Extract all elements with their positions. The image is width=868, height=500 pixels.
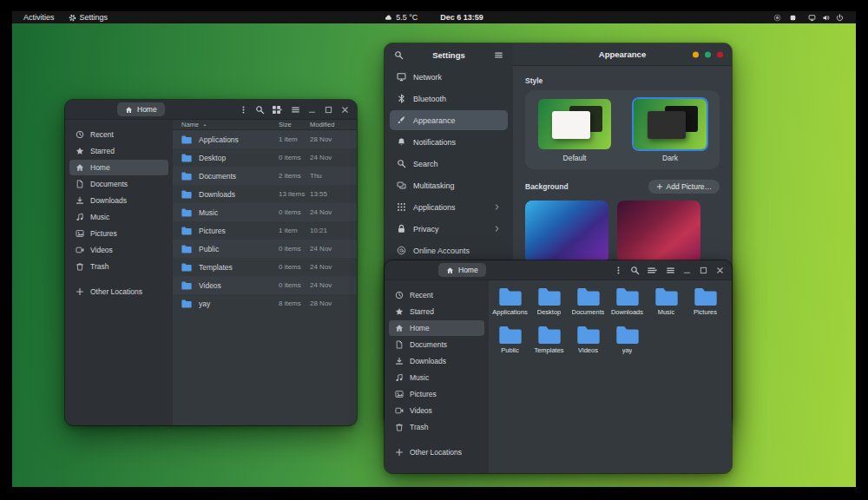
settings-nav-applications[interactable]: Applications bbox=[390, 197, 508, 217]
sidebar-item-pictures[interactable]: Pictures bbox=[69, 226, 168, 241]
path-button-home[interactable]: Home bbox=[117, 102, 165, 116]
sidebar-item-other-locations[interactable]: Other Locations bbox=[389, 444, 484, 460]
folder-tile-yay[interactable]: yay bbox=[608, 323, 647, 361]
folder-tile-templates[interactable]: Templates bbox=[529, 323, 569, 361]
close-icon[interactable] bbox=[340, 105, 350, 115]
folder-icon bbox=[181, 154, 192, 162]
file-row-videos[interactable]: Videos0 items24 Nov bbox=[173, 276, 357, 294]
file-row-pictures[interactable]: Pictures1 item10:21 bbox=[173, 221, 357, 240]
file-row-downloads[interactable]: Downloads13 items13:55 bbox=[173, 185, 357, 203]
minimize-icon[interactable] bbox=[307, 105, 317, 115]
menu-icon[interactable] bbox=[666, 266, 675, 275]
settings-nav-bluetooth[interactable]: Bluetooth bbox=[390, 89, 508, 109]
wallpaper-thumbnail-red[interactable] bbox=[617, 201, 700, 263]
sidebar-item-music[interactable]: Music bbox=[389, 370, 484, 385]
folder-tile-videos[interactable]: Videos bbox=[569, 323, 608, 361]
file-modified: 28 Nov bbox=[310, 135, 357, 143]
sidebar-item-music[interactable]: Music bbox=[69, 209, 168, 225]
close-button[interactable] bbox=[717, 51, 723, 57]
sidebar-item-other-locations[interactable]: Other Locations bbox=[69, 284, 168, 299]
file-row-applications[interactable]: Applications1 item28 Nov bbox=[173, 130, 357, 148]
top-bar-left: Activities Settings bbox=[12, 11, 112, 23]
sidebar-item-home[interactable]: Home bbox=[389, 320, 484, 336]
add-picture-button[interactable]: Add Picture… bbox=[648, 180, 720, 194]
sidebar-item-trash[interactable]: Trash bbox=[69, 259, 168, 274]
file-list: Name Size Modified Applications1 item28 … bbox=[173, 120, 357, 425]
minimize-button[interactable] bbox=[693, 51, 699, 57]
maximize-icon[interactable] bbox=[324, 105, 333, 115]
sidebar-item-starred[interactable]: Starred bbox=[389, 304, 484, 319]
file-row-documents[interactable]: Documents2 itemsThu bbox=[173, 167, 357, 185]
close-icon[interactable] bbox=[715, 266, 725, 275]
sidebar-item-videos[interactable]: Videos bbox=[389, 403, 484, 418]
sidebar-item-documents[interactable]: Documents bbox=[389, 337, 484, 352]
path-button-home[interactable]: Home bbox=[438, 263, 486, 277]
list-column-headers: Name Size Modified bbox=[173, 120, 357, 130]
view-toggle-button[interactable] bbox=[647, 266, 659, 275]
files-window-list: Home Recent Starred Home Documents Downl… bbox=[65, 100, 357, 425]
file-row-templates[interactable]: Templates0 items24 Nov bbox=[173, 258, 357, 276]
menu-icon[interactable] bbox=[494, 50, 503, 60]
folder-icon bbox=[181, 281, 192, 290]
more-options-icon[interactable] bbox=[614, 266, 623, 275]
clock-button[interactable]: Dec 6 13:59 bbox=[436, 11, 488, 23]
activities-button[interactable]: Activities bbox=[19, 11, 59, 23]
column-name[interactable]: Name bbox=[181, 121, 279, 128]
settings-nav-network[interactable]: Network bbox=[390, 67, 508, 87]
weather-button[interactable]: 5.5 °C bbox=[380, 11, 422, 23]
sidebar-label: Music bbox=[410, 373, 429, 382]
menu-icon[interactable] bbox=[291, 105, 300, 115]
extensions-icon[interactable] bbox=[789, 14, 797, 22]
wallpaper-thumbnail-blue[interactable] bbox=[525, 201, 608, 263]
file-row-desktop[interactable]: Desktop0 items24 Nov bbox=[173, 148, 357, 167]
file-row-public[interactable]: Public0 items24 Nov bbox=[173, 240, 357, 258]
chevron-right-icon bbox=[493, 203, 501, 211]
file-row-yay[interactable]: yay8 items28 Nov bbox=[173, 294, 357, 312]
system-status-area[interactable] bbox=[805, 14, 847, 22]
minimize-icon[interactable] bbox=[682, 266, 692, 275]
settings-nav-multitasking[interactable]: Multitasking bbox=[390, 175, 508, 195]
folder-tile-pictures[interactable]: Pictures bbox=[686, 285, 725, 323]
app-menu-button[interactable]: Settings bbox=[64, 11, 113, 23]
settings-nav-notifications[interactable]: Notifications bbox=[390, 132, 508, 152]
sidebar-item-trash[interactable]: Trash bbox=[389, 419, 484, 435]
folder-tile-downloads[interactable]: Downloads bbox=[608, 285, 647, 323]
folder-tile-music[interactable]: Music bbox=[647, 285, 686, 323]
sidebar-item-recent[interactable]: Recent bbox=[389, 287, 484, 303]
maximize-button[interactable] bbox=[705, 51, 711, 57]
sidebar-item-videos[interactable]: Videos bbox=[69, 242, 168, 258]
more-options-icon[interactable] bbox=[239, 105, 248, 115]
maximize-icon[interactable] bbox=[699, 266, 708, 275]
sidebar-item-starred[interactable]: Starred bbox=[69, 143, 168, 159]
folder-tile-public[interactable]: Public bbox=[490, 323, 529, 361]
settings-nav-appearance[interactable]: Appearance bbox=[390, 110, 508, 130]
folder-tile-documents[interactable]: Documents bbox=[569, 285, 608, 323]
search-icon[interactable] bbox=[630, 266, 640, 275]
style-option-default[interactable]: Default bbox=[538, 99, 611, 162]
top-bar: Activities Settings 5.5 °C Dec 6 13:59 bbox=[12, 11, 856, 23]
style-option-dark[interactable]: Dark bbox=[634, 99, 707, 162]
folder-tile-applications[interactable]: Applications bbox=[490, 285, 529, 323]
settings-nav-online-accounts[interactable]: Online Accounts bbox=[390, 240, 508, 260]
search-icon[interactable] bbox=[394, 50, 404, 60]
column-size[interactable]: Size bbox=[279, 121, 310, 128]
sidebar-label: Pictures bbox=[410, 390, 437, 398]
folder-tile-desktop[interactable]: Desktop bbox=[529, 285, 569, 323]
sidebar-item-downloads[interactable]: Downloads bbox=[69, 193, 168, 208]
sidebar-item-downloads[interactable]: Downloads bbox=[389, 353, 484, 369]
settings-nav-search[interactable]: Search bbox=[390, 154, 508, 174]
file-row-music[interactable]: Music0 items24 Nov bbox=[173, 203, 357, 221]
sidebar-item-recent[interactable]: Recent bbox=[69, 127, 168, 142]
screencast-indicator-icon[interactable] bbox=[773, 14, 781, 22]
clock-icon bbox=[395, 291, 404, 299]
clock-icon bbox=[76, 130, 84, 139]
settings-nav-privacy[interactable]: Privacy bbox=[390, 219, 508, 239]
apps-grid-icon bbox=[397, 202, 406, 212]
sidebar-item-documents[interactable]: Documents bbox=[69, 176, 168, 192]
sidebar-item-pictures[interactable]: Pictures bbox=[389, 386, 484, 402]
chevron-down-icon bbox=[278, 107, 284, 113]
view-toggle-button[interactable] bbox=[272, 105, 284, 115]
search-icon[interactable] bbox=[255, 105, 265, 115]
column-modified[interactable]: Modified bbox=[310, 121, 357, 128]
sidebar-item-home[interactable]: Home bbox=[69, 160, 168, 175]
